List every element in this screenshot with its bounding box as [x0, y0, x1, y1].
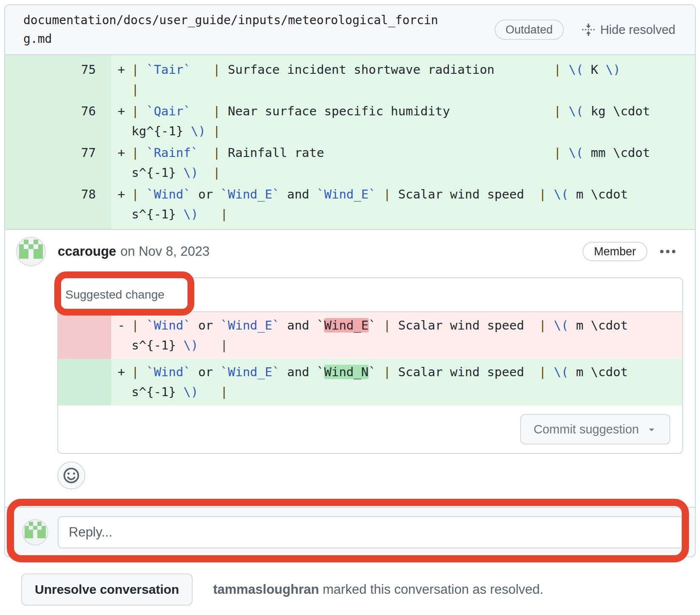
comment-date: on Nov 8, 2023 — [120, 244, 210, 259]
diff-marker: + — [111, 143, 132, 183]
diff-line-content: | `Rainf` | Rainfall rate | \( mm \cdots… — [132, 143, 695, 183]
diff-marker: - — [111, 312, 132, 359]
hide-resolved-label: Hide resolved — [600, 23, 675, 37]
reaction-row — [57, 461, 695, 489]
kebab-menu-icon[interactable] — [660, 250, 675, 253]
code-row: s^{-1} \) | — [132, 163, 695, 183]
comment-author[interactable]: ccarouge — [58, 244, 116, 259]
smiley-icon — [63, 467, 80, 484]
suggestion-gutter — [58, 359, 111, 405]
code-row: s^{-1} \) | — [132, 204, 695, 224]
diff-marker: + — [111, 359, 132, 405]
commit-suggestion-label: Commit suggestion — [534, 422, 639, 436]
avatar — [22, 519, 48, 545]
comment-header: ccarouge on Nov 8, 2023 Member — [5, 230, 695, 266]
comment-section: ccarouge on Nov 8, 2023 Member Suggested… — [5, 230, 695, 489]
file-header: documentation/docs/user_guide/inputs/met… — [5, 5, 695, 55]
diff-line: 78+| `Wind` or `Wind_E` and `Wind_E` | S… — [5, 184, 695, 225]
reply-bar — [5, 507, 695, 556]
unresolve-conversation-button[interactable]: Unresolve conversation — [21, 573, 193, 606]
code-row: kg^{-1} \) | — [132, 121, 695, 141]
identicon — [19, 240, 43, 264]
code-row: | `Tair` | Surface incident shortwave ra… — [132, 60, 695, 80]
commit-suggestion-button[interactable]: Commit suggestion — [520, 414, 670, 444]
line-number: 77 — [5, 143, 111, 183]
code-row: s^{-1} \) | — [132, 335, 682, 355]
diff-line-content: | `Wind` or `Wind_E` and `Wind_E` | Scal… — [132, 312, 682, 359]
identicon — [25, 522, 46, 543]
diff-line-content: | `Qair` | Near surface specific humidit… — [132, 101, 695, 141]
code-row: | `Rainf` | Rainfall rate | \( mm \cdot — [132, 143, 695, 163]
diff-line-content: | `Tair` | Surface incident shortwave ra… — [132, 60, 695, 100]
diff-line-content: | `Wind` or `Wind_E` and `Wind_N` | Scal… — [132, 359, 682, 405]
code-row: s^{-1} \) | — [132, 382, 682, 402]
diff-marker: + — [111, 60, 132, 100]
resolution-row: Unresolve conversation tammasloughran ma… — [21, 573, 543, 606]
code-row: | — [132, 80, 695, 100]
suggestion-gutter — [58, 312, 111, 359]
code-row: | `Wind` or `Wind_E` and `Wind_E` | Scal… — [132, 184, 695, 204]
avatar[interactable] — [16, 237, 46, 266]
code-row: | `Qair` | Near surface specific humidit… — [132, 101, 695, 121]
outdated-badge: Outdated — [495, 20, 564, 40]
line-number: 78 — [5, 184, 111, 224]
diff-marker: + — [111, 184, 132, 224]
resolution-message: marked this conversation as resolved. — [319, 582, 543, 597]
code-row: | `Wind` or `Wind_E` and `Wind_E` | Scal… — [132, 316, 682, 335]
diff-line: 76+| `Qair` | Near surface specific humi… — [5, 101, 695, 142]
add-reaction-button[interactable] — [57, 461, 85, 489]
hide-resolved-button[interactable]: Hide resolved — [582, 23, 675, 37]
suggestion-header: Suggested change — [58, 278, 682, 312]
diff-marker: + — [111, 101, 132, 141]
resolution-text: tammasloughran marked this conversation … — [213, 582, 543, 597]
line-number: 76 — [5, 101, 111, 141]
diff-line: 75+| `Tair` | Surface incident shortwave… — [5, 59, 695, 101]
file-path: documentation/docs/user_guide/inputs/met… — [23, 11, 448, 48]
resolution-actor: tammasloughran — [213, 582, 319, 597]
suggestion-added-line: +| `Wind` or `Wind_E` and `Wind_N` | Sca… — [58, 359, 682, 405]
reply-input[interactable] — [58, 516, 685, 548]
fold-icon — [582, 23, 595, 36]
diff-block: 75+| `Tair` | Surface incident shortwave… — [5, 55, 695, 230]
diff-line-content: | `Wind` or `Wind_E` and `Wind_E` | Scal… — [132, 184, 695, 224]
diff-line: 77+| `Rainf` | Rainfall rate | \( mm \cd… — [5, 142, 695, 184]
member-badge: Member — [582, 242, 647, 261]
chevron-down-icon — [647, 424, 657, 434]
review-thread-card: documentation/docs/user_guide/inputs/met… — [4, 4, 696, 557]
line-number: 75 — [5, 60, 111, 100]
suggestion-box: Suggested change -| `Wind` or `Wind_E` a… — [57, 277, 683, 454]
suggestion-deleted-line: -| `Wind` or `Wind_E` and `Wind_E` | Sca… — [58, 312, 682, 359]
suggestion-footer: Commit suggestion — [58, 405, 682, 453]
code-row: | `Wind` or `Wind_E` and `Wind_N` | Scal… — [132, 362, 682, 382]
file-header-controls: Outdated Hide resolved — [495, 20, 675, 40]
